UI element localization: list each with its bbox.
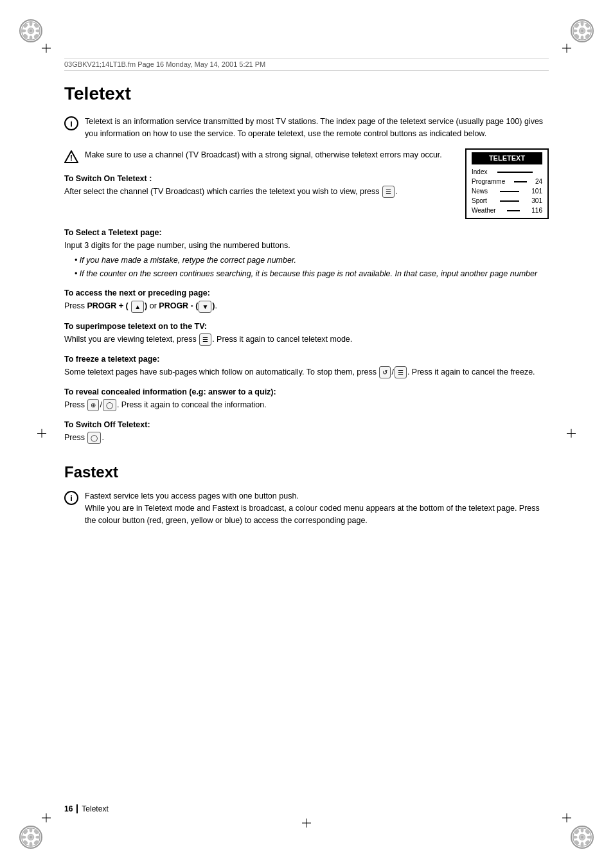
crosshair-br [562, 813, 571, 824]
info-icon-1: i [64, 116, 78, 130]
svg-point-43 [581, 836, 583, 838]
svg-point-21 [581, 30, 583, 32]
section-next-preceding: To access the next or preceding page: Pr… [64, 288, 549, 312]
section-select-page: To Select a Teletext page: Input 3 digit… [64, 228, 549, 279]
section-content-superimpose: Whilst you are viewing teletext, press ☰… [64, 333, 549, 346]
btn-superimpose: ☰ [199, 333, 211, 346]
svg-point-25 [21, 836, 26, 839]
section-content-select-page: Input 3 digits for the page number, usin… [64, 240, 549, 279]
btn-freeze-2: ☰ [395, 366, 407, 378]
teletext-box-row-sport: Sport 301 [472, 196, 542, 206]
svg-point-14 [573, 30, 578, 33]
btn-switch-off: ◯ [87, 432, 101, 444]
btn-reveal-2: ◯ [103, 399, 116, 411]
main-content: 03GBKV21;14LT1B.fm Page 16 Monday, May 1… [64, 0, 549, 587]
svg-point-24 [30, 842, 33, 847]
section-heading-next-preceding: To access the next or preceding page: [64, 288, 549, 297]
fastext-info-icon: i [64, 491, 78, 505]
bullet-item-2: If the counter on the screen continues s… [75, 268, 549, 280]
btn-progr-plus: ▲ [131, 301, 144, 313]
section-content-reveal: Press ⊕/◯. Press it again to conceal the… [64, 399, 549, 411]
section-reveal: To reveal concealed information (e.g: an… [64, 387, 549, 411]
page-container: 03GBKV21;14LT1B.fm Page 16 Monday, May 1… [0, 0, 613, 868]
teletext-box: TELETEXT Index Programme 24 News 101 [465, 148, 549, 220]
svg-point-23 [30, 828, 33, 833]
section-content-freeze: Some teletext pages have sub-pages which… [64, 366, 549, 378]
section-heading-switch-off: To Switch Off Teletext: [64, 420, 549, 429]
section-content-next-preceding: Press PROGR + ( ▲) or PROGR - (▼). [64, 300, 549, 312]
svg-point-37 [587, 836, 592, 839]
section-superimpose: To superimpose teletext on to the TV: Wh… [64, 322, 549, 346]
page-number: 16 [64, 804, 73, 813]
section-heading-select-page: To Select a Teletext page: [64, 228, 549, 237]
teletext-box-title: TELETEXT [472, 152, 542, 165]
svg-text:!: ! [70, 154, 73, 163]
crosshair-left-center [37, 429, 46, 439]
file-header: 03GBKV21;14LT1B.fm Page 16 Monday, May 1… [64, 58, 549, 71]
section-heading-superimpose: To superimpose teletext on to the TV: [64, 322, 549, 331]
svg-point-3 [21, 30, 26, 33]
section-heading-reveal: To reveal concealed information (e.g: an… [64, 387, 549, 396]
svg-point-26 [36, 836, 41, 839]
section-freeze: To freeze a teletext page: Some teletext… [64, 355, 549, 378]
crosshair-tl [42, 44, 51, 55]
crosshair-bottom-center [302, 819, 311, 829]
crosshair-right-center [567, 429, 576, 439]
fastext-info-block: i Fastext service lets you access pages … [64, 490, 549, 526]
svg-point-36 [573, 836, 578, 839]
svg-point-34 [581, 828, 584, 833]
section-switch-off: To Switch Off Teletext: Press ◯. [64, 420, 549, 444]
svg-point-2 [30, 36, 33, 41]
svg-point-15 [587, 30, 592, 33]
footer-label: Teletext [82, 804, 108, 813]
section-content-switch-off: Press ◯. [64, 432, 549, 444]
svg-point-35 [581, 842, 584, 847]
crosshair-tr [562, 44, 571, 55]
page-title: Teletext [64, 84, 549, 104]
warning-icon: ! [64, 150, 78, 165]
warning-text: Make sure to use a channel (TV Broadcast… [85, 149, 442, 161]
press-label: Press [64, 433, 85, 442]
btn-reveal-1: ⊕ [87, 399, 99, 411]
teletext-box-row-programme: Programme 24 [472, 177, 542, 186]
crosshair-bl [42, 813, 51, 824]
footer: 16 Teletext [64, 804, 109, 813]
section-switch-on: TELETEXT Index Programme 24 News 101 [64, 174, 549, 220]
svg-point-13 [581, 36, 584, 41]
fastext-info-text: Fastext service lets you access pages wi… [85, 490, 549, 526]
svg-point-32 [30, 836, 32, 838]
svg-point-12 [581, 21, 584, 26]
fastext-title: Fastext [64, 463, 549, 481]
btn-teletext: ☰ [382, 186, 395, 198]
bullet-item-1: If you have made a mistake, retype the c… [75, 254, 549, 267]
btn-progr-minus: ▼ [199, 301, 211, 313]
bullet-list-select-page: If you have made a mistake, retype the c… [64, 254, 549, 280]
svg-point-4 [36, 30, 41, 33]
info-block-1: i Teletext is an information service tra… [64, 116, 549, 140]
section-heading-freeze: To freeze a teletext page: [64, 355, 549, 364]
info-text-1: Teletext is an information service trans… [85, 116, 549, 140]
teletext-box-row-news: News 101 [472, 186, 542, 196]
svg-point-10 [30, 30, 32, 32]
teletext-box-row-weather: Weather 116 [472, 206, 542, 215]
svg-point-1 [30, 21, 33, 26]
btn-freeze-1: ↺ [379, 366, 391, 378]
teletext-box-row-index: Index [472, 167, 542, 177]
footer-separator [76, 804, 78, 813]
